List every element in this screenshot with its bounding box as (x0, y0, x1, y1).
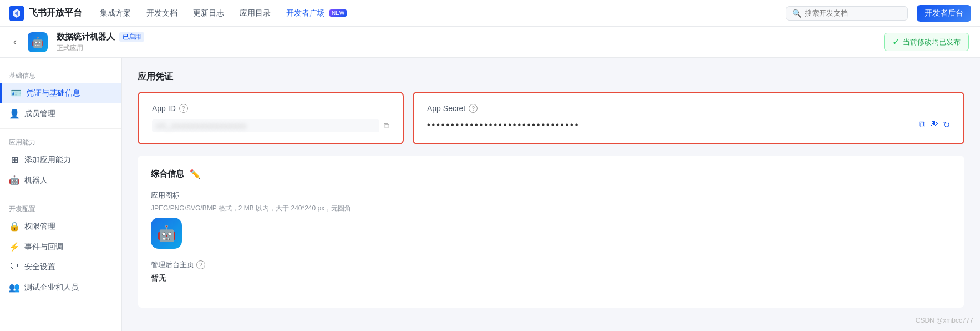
add-capability-icon: ⊞ (9, 154, 20, 165)
main-content: 应用凭证 App ID ? cli_xxxxxxxxxxxxxxxx ⧉ App… (122, 58, 980, 331)
app-status-tag: 已启用 (119, 32, 144, 42)
view-secret-icon[interactable]: 👁 (930, 119, 938, 130)
info-section-header: 综合信息 ✏️ (151, 169, 951, 179)
nav-links: 集成方案 开发文档 更新日志 应用目录 开发者广场 NEW (100, 8, 786, 18)
app-icon-small: 🤖 (28, 32, 48, 52)
new-badge: NEW (329, 9, 347, 17)
logo-area: 飞书开放平台 (9, 6, 82, 21)
nav-link-kaifazhe[interactable]: 开发者广场 NEW (286, 8, 347, 18)
sidebar-item-members[interactable]: 👤 成员管理 (0, 103, 121, 124)
admin-home-row: 管理后台主页 ? 暂无 (151, 260, 951, 283)
feishu-logo-icon (9, 6, 24, 21)
admin-home-info-icon[interactable]: ? (196, 260, 205, 269)
layout: 基础信息 🪪 凭证与基础信息 👤 成员管理 应用能力 ⊞ 添加应用能力 🤖 机器… (0, 58, 980, 331)
edit-general-info-icon[interactable]: ✏️ (190, 169, 201, 179)
sidebar: 基础信息 🪪 凭证与基础信息 👤 成员管理 应用能力 ⊞ 添加应用能力 🤖 机器… (0, 58, 122, 331)
sidebar-section-capability: 应用能力 (0, 133, 121, 149)
lock-icon: 🔒 (9, 221, 20, 232)
admin-home-label: 管理后台主页 ? (151, 260, 951, 270)
sidebar-item-events[interactable]: ⚡ 事件与回调 (0, 237, 121, 257)
sidebar-label-credentials: 凭证与基础信息 (26, 88, 80, 98)
refresh-secret-icon[interactable]: ↻ (943, 119, 950, 130)
sidebar-item-test-enterprise[interactable]: 👥 测试企业和人员 (0, 277, 121, 298)
admin-home-value: 暂无 (151, 273, 951, 283)
sidebar-label-add-capability: 添加应用能力 (24, 155, 71, 165)
app-secret-dots: •••••••••••••••••••••••••••••••• (427, 120, 915, 130)
app-id-label: App ID ? (152, 104, 389, 113)
app-secret-info-icon[interactable]: ? (469, 104, 478, 113)
logo-text: 飞书开放平台 (29, 7, 82, 19)
event-icon: ⚡ (9, 242, 20, 252)
bot-icon: 🤖 (9, 175, 20, 185)
app-id-info-icon[interactable]: ? (179, 104, 188, 113)
app-secret-actions: ⧉ 👁 ↻ (919, 119, 950, 130)
app-id-value: cli_xxxxxxxxxxxxxxxx (152, 119, 379, 132)
sidebar-divider-1 (0, 128, 121, 129)
app-icon-hint: JPEG/PNG/SVG/BMP 格式，2 MB 以内，大于 240*240 p… (151, 204, 951, 213)
back-button[interactable]: ‹ (11, 34, 19, 50)
nav-link-kaifa[interactable]: 开发文档 (146, 8, 177, 18)
shield-icon: 🛡 (9, 262, 20, 272)
published-badge: ✓ 当前修改均已发布 (884, 33, 969, 51)
app-icon-label: 应用图标 (151, 190, 951, 200)
search-input[interactable] (805, 9, 902, 17)
sidebar-label-bot: 机器人 (24, 175, 48, 185)
copy-secret-icon[interactable]: ⧉ (919, 119, 925, 130)
sidebar-label-security: 安全设置 (24, 262, 55, 272)
sidebar-item-bot[interactable]: 🤖 机器人 (0, 170, 121, 190)
sidebar-label-events: 事件与回调 (24, 242, 63, 252)
app-name: 数据统计机器人 已启用 (57, 32, 875, 42)
watermark: CSDN @xmbcc777 (916, 317, 973, 324)
credential-icon: 🪪 (11, 88, 22, 98)
sidebar-label-test-enterprise: 测试企业和人员 (24, 283, 79, 293)
search-icon: 🔍 (792, 9, 801, 18)
dev-console-button[interactable]: 开发者后台 (917, 5, 971, 22)
credentials-section-title: 应用凭证 (138, 71, 964, 83)
general-info-section: 综合信息 ✏️ 应用图标 JPEG/PNG/SVG/BMP 格式，2 MB 以内… (138, 156, 964, 308)
credentials-row: App ID ? cli_xxxxxxxxxxxxxxxx ⧉ App Secr… (138, 92, 964, 144)
app-secret-value-row: •••••••••••••••••••••••••••••••• ⧉ 👁 ↻ (427, 119, 950, 130)
nav-link-jicheng[interactable]: 集成方案 (100, 8, 131, 18)
published-text: 当前修改均已发布 (903, 37, 961, 47)
app-sub-type: 正式应用 (57, 43, 875, 53)
nav-right: 🔍 开发者后台 (786, 5, 971, 22)
sidebar-section-devconfig: 开发配置 (0, 200, 121, 216)
sidebar-divider-2 (0, 195, 121, 195)
top-nav: 飞书开放平台 集成方案 开发文档 更新日志 应用目录 开发者广场 NEW 🔍 开… (0, 0, 980, 27)
sidebar-item-add-capability[interactable]: ⊞ 添加应用能力 (0, 149, 121, 170)
app-avatar: 🤖 (151, 218, 182, 249)
sidebar-label-members: 成员管理 (24, 109, 55, 119)
app-icon-row: 应用图标 JPEG/PNG/SVG/BMP 格式，2 MB 以内，大于 240*… (151, 190, 951, 249)
app-info: 数据统计机器人 已启用 正式应用 (57, 32, 875, 53)
check-icon: ✓ (892, 37, 900, 47)
app-id-value-row: cli_xxxxxxxxxxxxxxxx ⧉ (152, 119, 389, 132)
sidebar-label-permissions: 权限管理 (24, 222, 55, 232)
app-secret-label: App Secret ? (427, 104, 950, 113)
app-id-copy-icon[interactable]: ⧉ (384, 121, 389, 131)
sub-header: ‹ 🤖 数据统计机器人 已启用 正式应用 ✓ 当前修改均已发布 (0, 27, 980, 58)
general-info-title: 综合信息 (151, 169, 184, 179)
nav-link-gengxin[interactable]: 更新日志 (193, 8, 224, 18)
app-secret-card: App Secret ? •••••••••••••••••••••••••••… (413, 92, 964, 144)
sidebar-item-permissions[interactable]: 🔒 权限管理 (0, 216, 121, 237)
member-icon: 👤 (9, 108, 20, 119)
sidebar-section-jichu: 基础信息 (0, 67, 121, 83)
sidebar-item-credentials[interactable]: 🪪 凭证与基础信息 (0, 83, 121, 103)
app-id-card: App ID ? cli_xxxxxxxxxxxxxxxx ⧉ (138, 92, 404, 144)
search-box[interactable]: 🔍 (786, 6, 908, 21)
nav-link-yingyong[interactable]: 应用目录 (240, 8, 271, 18)
test-enterprise-icon: 👥 (9, 282, 20, 293)
sidebar-item-security[interactable]: 🛡 安全设置 (0, 257, 121, 277)
